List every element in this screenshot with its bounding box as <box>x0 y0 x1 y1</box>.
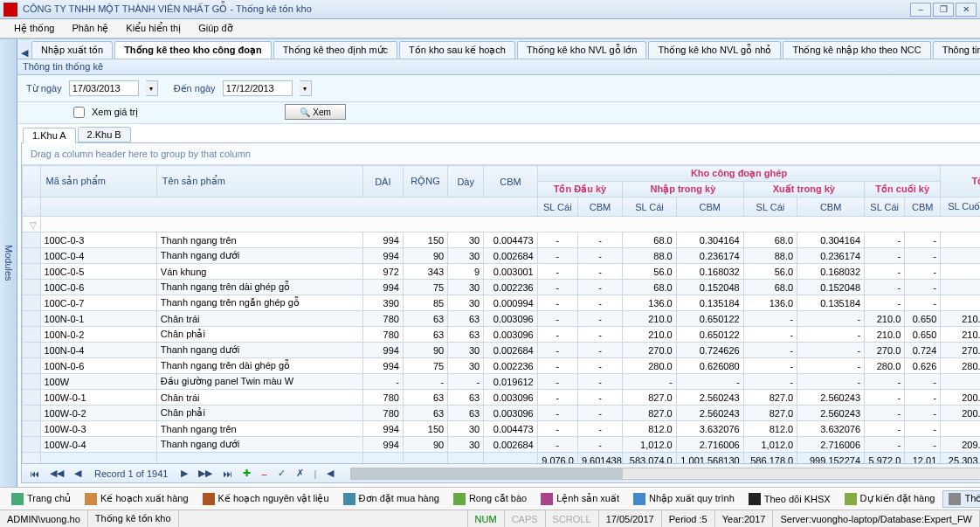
table-row[interactable]: 100C-0-7Thanh ngang trên ngắn ghép gỗ390… <box>23 295 981 311</box>
from-date-dropdown[interactable]: ▾ <box>146 80 158 96</box>
status-server: Server:vuongho-laptop/Database:Expert_FW <box>773 510 980 527</box>
table-row[interactable]: 100C-0-4Thanh ngang dưới99490300.002684-… <box>23 248 981 264</box>
toolbar-icon <box>749 493 761 505</box>
table-row[interactable]: 100N-0-1Chân trái78063630.003096--210.00… <box>23 311 981 327</box>
table-row[interactable]: 100W-0-1Chân trái78063630.003096--827.02… <box>23 390 981 406</box>
menu-Kiểu hiển thị[interactable]: Kiểu hiển thị <box>117 19 190 38</box>
table-row[interactable]: 100N-0-2Chân phải78063630.003096--210.00… <box>23 327 981 343</box>
pager-delete[interactable]: – <box>259 468 269 479</box>
subtab-0[interactable]: 1.Khu A <box>23 128 76 143</box>
subtab-1[interactable]: 2.Khu B <box>78 127 131 142</box>
toolbar-icon <box>203 493 215 505</box>
c-c-cbm[interactable]: CBM <box>905 198 941 217</box>
from-label: Từ ngày <box>26 83 62 94</box>
col-rong[interactable]: RỘNG <box>403 166 447 198</box>
toolbar-icon <box>343 493 355 505</box>
col-day[interactable]: Dày <box>448 166 484 198</box>
toolbar-Theo dõi KHSX[interactable]: Theo dõi KHSX <box>742 490 837 508</box>
tab-3[interactable]: Tồn kho sau kế hoạch <box>399 41 515 59</box>
status-year: Year:2017 <box>715 510 774 527</box>
toolbar-Rong cắt bào[interactable]: Rong cắt bào <box>447 490 533 508</box>
pager-prev[interactable]: ◀ <box>72 468 84 479</box>
table-row[interactable]: 100C-0-5Ván khung97234390.003001--56.00.… <box>23 264 981 280</box>
minimize-button[interactable]: – <box>910 3 931 17</box>
close-button[interactable]: ✕ <box>956 3 977 17</box>
table-row[interactable]: 100N-0-6Thanh ngang trên dài ghép gỗ9947… <box>23 358 981 374</box>
pager-prevpage[interactable]: ◀◀ <box>47 468 66 479</box>
tab-7[interactable]: Thông tin tồn kho <box>933 41 980 59</box>
tab-6[interactable]: Thống kê nhập kho theo NCC <box>783 41 930 59</box>
view-value-checkbox[interactable] <box>73 107 85 118</box>
to-date-dropdown[interactable]: ▾ <box>300 80 312 96</box>
horizontal-scrollbar[interactable] <box>350 468 980 480</box>
grid-scroll[interactable]: Mã sản phẩm Tên sản phẩm DÀI RỘNG Dày CB… <box>22 165 980 463</box>
tab-1[interactable]: Thống kê theo kho công đoạn <box>114 41 272 59</box>
col-dai[interactable]: DÀI <box>362 166 403 198</box>
table-row[interactable]: 100N-0-4Thanh ngang dưới99490300.002684-… <box>23 343 981 358</box>
toolbar-icon <box>11 493 24 505</box>
pager-nextpage[interactable]: ▶▶ <box>196 468 215 479</box>
toolbar-Đơn đặt mua hàng[interactable]: Đơn đặt mua hàng <box>337 490 445 508</box>
c-x-cbm[interactable]: CBM <box>797 198 865 217</box>
c-d-sl[interactable]: SL Cái <box>537 198 577 217</box>
group-kho: Kho công đoạn ghép <box>537 166 941 182</box>
group-hint[interactable]: Drag a column header here to group by th… <box>22 143 980 165</box>
toolbar-Kế hoạch nguyên vật liệu[interactable]: Kế hoạch nguyên vật liệu <box>197 490 335 508</box>
menu-Phân hệ[interactable]: Phân hệ <box>63 19 117 38</box>
toolbar-icon <box>85 493 97 505</box>
to-label: Đến ngày <box>174 83 216 94</box>
pager-check[interactable]: ✓ <box>275 468 288 479</box>
tab-5[interactable]: Thống kê kho NVL gỗ nhỏ <box>648 41 781 59</box>
table-row[interactable]: 100C-0-6Thanh ngang trên dài ghép gỗ9947… <box>23 280 981 295</box>
toolbar-Lệnh sản xuất[interactable]: Lệnh sản xuất <box>535 490 625 508</box>
tab-scroll-left[interactable]: ◀ <box>17 47 31 59</box>
pager-scroll-left[interactable]: ◀ <box>324 468 336 479</box>
status-scroll: SCROLL <box>546 510 599 527</box>
sub-tabs: 1.Khu A2.Khu B <box>17 124 980 142</box>
panel-title: Thông tin thống kê <box>23 61 103 73</box>
pager-next[interactable]: ▶ <box>178 468 190 479</box>
toolbar-Thống kê tồn kho[interactable]: Thống kê tồn kho <box>942 490 980 508</box>
table-row[interactable]: 100C-0-3Thanh ngang trên994150300.004473… <box>23 232 981 248</box>
c-n-cbm[interactable]: CBM <box>676 198 743 217</box>
c-d-cbm[interactable]: CBM <box>577 198 622 217</box>
modules-sidebar[interactable]: Modules <box>0 39 17 487</box>
main-tabs: ◀ Nhập xuất tồnThống kê theo kho công đo… <box>17 39 980 59</box>
to-date-input[interactable] <box>223 80 293 96</box>
toolbar-Dự kiến đặt hàng[interactable]: Dự kiến đặt hàng <box>839 490 942 508</box>
pager-first[interactable]: ⏮ <box>27 468 42 479</box>
from-date-input[interactable] <box>69 80 139 96</box>
c-t-sl[interactable]: SL Cuối <box>941 198 980 217</box>
tab-4[interactable]: Thống kê kho NVL gỗ lớn <box>517 41 646 59</box>
table-row[interactable]: 100W-0-4Thanh ngang dưới99490300.002684-… <box>23 437 981 453</box>
table-row[interactable]: 100W-0-3Thanh ngang trên994150300.004473… <box>23 421 981 437</box>
toolbar-Kế hoạch xuất hàng[interactable]: Kế hoạch xuất hàng <box>79 490 195 508</box>
tab-0[interactable]: Nhập xuất tồn <box>31 41 113 59</box>
status-page: Thống kê tồn kho <box>88 510 179 527</box>
c-x-sl[interactable]: SL Cái <box>743 198 797 217</box>
table-row[interactable]: 100WĐầu giường panel Twin màu W---0.0196… <box>23 374 981 390</box>
tab-2[interactable]: Thống kê theo định mức <box>273 41 397 59</box>
view-button[interactable]: 🔍 Xem <box>285 104 346 120</box>
toolbar-Nhập xuất quy trình[interactable]: Nhập xuất quy trình <box>627 490 741 508</box>
col-cbm[interactable]: CBM <box>484 166 538 198</box>
menu-Hệ thống[interactable]: Hệ thống <box>5 19 63 38</box>
table-row[interactable]: 100W-0-2Chân phải78063630.003096--827.02… <box>23 406 981 421</box>
checkbox-row: Xem giá trị 🔍 Xem <box>17 102 980 124</box>
col-ten[interactable]: Tên sản phẩm <box>156 166 362 198</box>
toolbar-Trang chủ[interactable]: Trang chủ <box>5 490 77 508</box>
toolbar-icon <box>541 493 553 505</box>
restore-button[interactable]: ❐ <box>933 3 954 17</box>
toolbar-icon <box>949 493 961 505</box>
c-c-sl[interactable]: SL Cái <box>865 198 905 217</box>
pager-last[interactable]: ⏭ <box>220 468 235 479</box>
status-period: Period :5 <box>662 510 715 527</box>
menu-Giúp đỡ[interactable]: Giúp đỡ <box>190 19 241 38</box>
c-n-sl[interactable]: SL Cái <box>623 198 677 217</box>
col-ma[interactable]: Mã sản phẩm <box>40 166 156 198</box>
pager-sep: | <box>312 468 320 479</box>
toolbar-icon <box>845 493 857 505</box>
pager-cancel[interactable]: ✗ <box>293 468 307 479</box>
filter-row-cells[interactable] <box>40 217 980 232</box>
pager-add[interactable]: ✚ <box>240 468 253 479</box>
